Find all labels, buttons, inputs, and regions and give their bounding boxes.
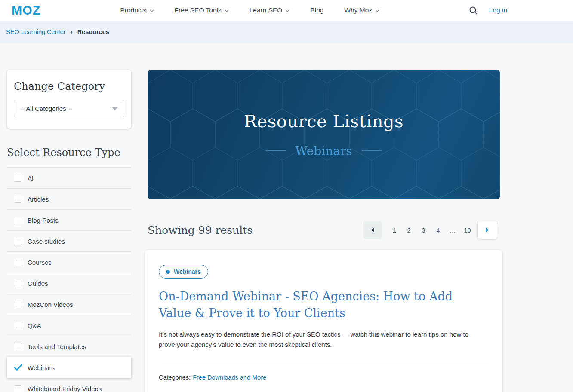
chevron-down-icon xyxy=(225,9,229,12)
resource-title-link[interactable]: On-Demand Webinar - SEO Agencies: How to… xyxy=(159,288,460,322)
search-icon[interactable] xyxy=(469,6,478,15)
breadcrumb: SEO Learning Center › Resources xyxy=(0,21,573,43)
dropdown-caret-icon xyxy=(112,107,118,110)
resource-type-option-webinars[interactable]: Webinars xyxy=(7,357,131,378)
chevron-left-icon xyxy=(370,227,375,233)
card-divider xyxy=(159,363,489,363)
category-dropdown[interactable]: -- All Categories -- xyxy=(14,100,124,117)
resource-type-option-case-studies[interactable]: Case studies xyxy=(7,231,131,252)
nav-blog[interactable]: Blog xyxy=(310,6,323,14)
pagination-page-10[interactable]: 10 xyxy=(463,227,472,234)
checkbox-icon xyxy=(14,259,21,266)
breadcrumb-seo-learning-center[interactable]: SEO Learning Center xyxy=(6,28,66,35)
nav-free-seo-tools-label: Free SEO Tools xyxy=(175,6,222,14)
webinars-badge[interactable]: Webinars xyxy=(159,265,208,279)
chevron-right-icon xyxy=(485,227,490,233)
checkbox-icon xyxy=(14,322,21,329)
resource-type-option-courses[interactable]: Courses xyxy=(7,252,131,273)
nav-why-moz[interactable]: Why Moz xyxy=(344,6,379,14)
badge-dot-icon xyxy=(166,270,170,274)
chevron-down-icon xyxy=(150,9,154,12)
resource-type-label: Q&A xyxy=(28,322,41,329)
breadcrumb-resources: Resources xyxy=(77,28,109,35)
nav-learn-seo[interactable]: Learn SEO xyxy=(250,6,290,14)
resource-type-label: All xyxy=(28,175,35,182)
top-navbar: MOZ Products Free SEO Tools Learn SEO Bl… xyxy=(0,0,573,21)
hero-subtitle: Webinars xyxy=(295,144,352,158)
nav-products[interactable]: Products xyxy=(120,6,154,14)
hero-title: Resource Listings xyxy=(244,111,404,131)
pagination-prev-button[interactable] xyxy=(363,221,382,239)
resource-type-title: Select Resource Type xyxy=(7,147,131,159)
resource-type-option-mozcon-videos[interactable]: MozCon Videos xyxy=(7,294,131,315)
resource-type-label: Courses xyxy=(28,259,52,266)
main-nav: Products Free SEO Tools Learn SEO Blog W… xyxy=(120,6,379,14)
resource-card: Webinars On-Demand Webinar - SEO Agencie… xyxy=(145,250,502,392)
checkbox-icon xyxy=(14,196,21,203)
checkbox-icon xyxy=(14,217,21,224)
resource-type-list: All Articles Blog Posts Case studies Cou… xyxy=(7,167,131,392)
checkbox-icon xyxy=(14,280,21,287)
resource-type-option-qa[interactable]: Q&A xyxy=(7,315,131,336)
moz-logo[interactable]: MOZ xyxy=(12,3,40,18)
checkbox-icon xyxy=(14,385,21,392)
nav-learn-seo-label: Learn SEO xyxy=(250,6,283,14)
checkbox-icon xyxy=(14,343,21,350)
subtitle-dash-left xyxy=(266,150,286,151)
login-link[interactable]: Log in xyxy=(489,6,507,14)
pagination-page-2[interactable]: 2 xyxy=(404,227,413,234)
resource-categories-row: Categories:Free Downloads and More xyxy=(159,374,489,381)
checkbox-icon xyxy=(14,301,21,308)
nav-free-seo-tools[interactable]: Free SEO Tools xyxy=(175,6,229,14)
categories-label: Categories: xyxy=(159,374,191,381)
change-category-title: Change Category xyxy=(14,80,124,92)
badge-label: Webinars xyxy=(174,268,201,275)
checkmark-icon xyxy=(14,364,22,371)
chevron-down-icon xyxy=(285,9,290,12)
resource-type-label: Tools and Templates xyxy=(28,343,86,350)
nav-products-label: Products xyxy=(120,6,146,14)
pagination-next-button[interactable] xyxy=(478,221,497,239)
checkbox-icon xyxy=(14,238,21,245)
category-link[interactable]: Free Downloads and More xyxy=(193,374,266,381)
pagination-page-4[interactable]: 4 xyxy=(434,227,443,234)
resource-type-label: Whiteboard Friday Videos xyxy=(28,385,102,392)
hero-subtitle-row: Webinars xyxy=(266,144,381,158)
results-summary: Showing 99 results xyxy=(148,224,253,236)
breadcrumb-separator-icon: › xyxy=(71,28,73,35)
resource-type-option-whiteboard-friday-videos[interactable]: Whiteboard Friday Videos xyxy=(7,378,131,392)
resource-type-option-all[interactable]: All xyxy=(7,168,131,189)
results-header-row: Showing 99 results 1 2 3 4 … 10 xyxy=(145,221,502,239)
pagination-page-1[interactable]: 1 xyxy=(390,227,399,234)
change-category-card: Change Category -- All Categories -- xyxy=(7,70,131,129)
results-main: Resource Listings Webinars Showing 99 re… xyxy=(145,70,502,392)
hero-banner: Resource Listings Webinars xyxy=(148,70,500,199)
checkbox-icon xyxy=(14,175,21,182)
pagination-page-3[interactable]: 3 xyxy=(419,227,428,234)
subtitle-dash-right xyxy=(362,150,382,151)
pagination: 1 2 3 4 … 10 xyxy=(363,221,497,239)
resource-type-option-articles[interactable]: Articles xyxy=(7,189,131,210)
resource-type-option-blog-posts[interactable]: Blog Posts xyxy=(7,210,131,231)
resource-description: It’s not always easy to demonstrate the … xyxy=(159,329,484,350)
resource-type-label: Blog Posts xyxy=(28,217,59,224)
nav-why-moz-label: Why Moz xyxy=(344,6,372,14)
page-content: Change Category -- All Categories -- Sel… xyxy=(0,70,573,392)
category-dropdown-value: -- All Categories -- xyxy=(20,105,72,112)
pagination-pages: 1 2 3 4 … 10 xyxy=(390,227,472,234)
chevron-down-icon xyxy=(375,9,379,12)
resource-type-label: Webinars xyxy=(28,364,55,371)
pagination-ellipsis: … xyxy=(448,227,457,234)
resource-type-label: Guides xyxy=(28,280,48,287)
filters-sidebar: Change Category -- All Categories -- Sel… xyxy=(7,70,131,392)
resource-type-label: Case studies xyxy=(28,238,65,245)
resource-type-label: Articles xyxy=(28,196,49,203)
resource-type-option-tools-and-templates[interactable]: Tools and Templates xyxy=(7,336,131,357)
resource-type-label: MozCon Videos xyxy=(28,301,73,308)
nav-blog-label: Blog xyxy=(310,6,323,14)
hexagon-pattern-decoration xyxy=(148,70,500,199)
resource-type-option-guides[interactable]: Guides xyxy=(7,273,131,294)
